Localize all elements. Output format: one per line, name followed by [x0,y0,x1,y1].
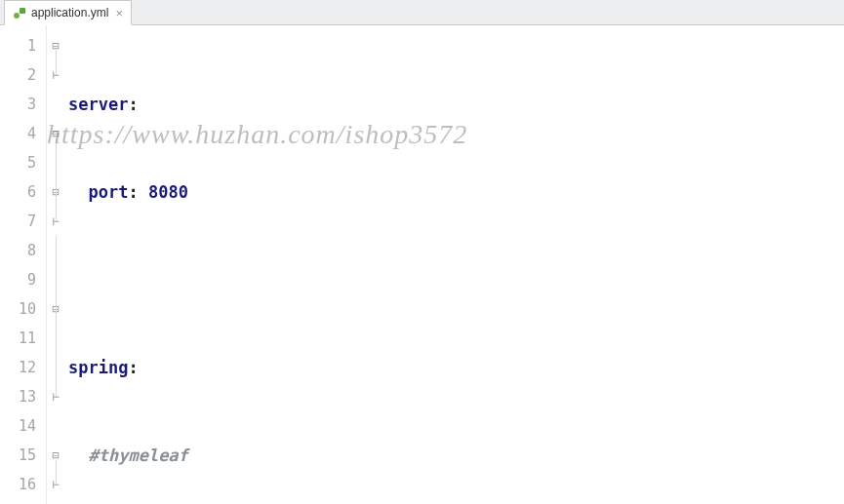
yaml-value: 8080 [148,182,188,202]
code-editor[interactable]: https://www.huzhan.com/ishop3572 1 2 3 4… [0,25,844,504]
line-number: 16 [0,470,36,499]
yaml-key: server [68,95,128,114]
fold-toggle-icon[interactable]: ⊟ [47,441,64,470]
line-number: 10 [0,294,36,324]
svg-point-0 [14,13,20,19]
yaml-comment: #thymeleaf [88,446,187,465]
fold-toggle-icon[interactable]: ⊟ [47,119,64,148]
code-area[interactable]: server: port: 8080 spring: #thymeleaf th… [64,25,844,504]
line-number: 9 [0,265,36,294]
file-tab[interactable]: application.yml × [4,0,132,25]
line-number: 11 [0,324,36,353]
line-number-gutter: 1 2 3 4 5 6 7 8 9 10 11 12 13 14 15 16 [0,25,47,504]
code-line[interactable] [68,265,844,294]
line-number: 6 [0,177,36,207]
line-number: 4 [0,119,36,148]
fold-toggle-icon[interactable]: ⊟ [47,177,64,207]
code-line[interactable]: port: 8080 [68,177,844,207]
line-number: 15 [0,441,36,470]
fold-end-icon: ⊢ [47,382,64,411]
close-icon[interactable]: × [115,6,123,20]
yaml-key: port [88,182,128,202]
yaml-file-icon [13,6,26,19]
line-number: 5 [0,148,36,177]
line-number: 14 [0,411,36,441]
tab-filename: application.yml [31,6,108,19]
line-number: 7 [0,207,36,236]
fold-end-icon: ⊢ [47,470,64,499]
fold-toggle-icon[interactable]: ⊟ [47,31,64,60]
code-line[interactable]: spring: [68,353,844,382]
yaml-key: spring [68,358,128,377]
line-number: 12 [0,353,36,382]
line-number: 2 [0,60,36,90]
line-number: 1 [0,31,36,60]
line-number: 8 [0,236,36,265]
line-number: 3 [0,90,36,119]
tab-bar: application.yml × [0,0,844,25]
fold-gutter: ⊟ ⊢ ⊟ ⊟ ⊢ ⊟ ⊢ ⊟ ⊢ [47,25,64,504]
svg-rect-1 [20,8,25,14]
line-number: 13 [0,382,36,411]
code-line[interactable]: server: [68,90,844,119]
fold-end-icon: ⊢ [47,60,64,90]
fold-end-icon: ⊢ [47,207,64,236]
fold-toggle-icon[interactable]: ⊟ [47,294,64,324]
code-line[interactable]: #thymeleaf [68,441,844,470]
